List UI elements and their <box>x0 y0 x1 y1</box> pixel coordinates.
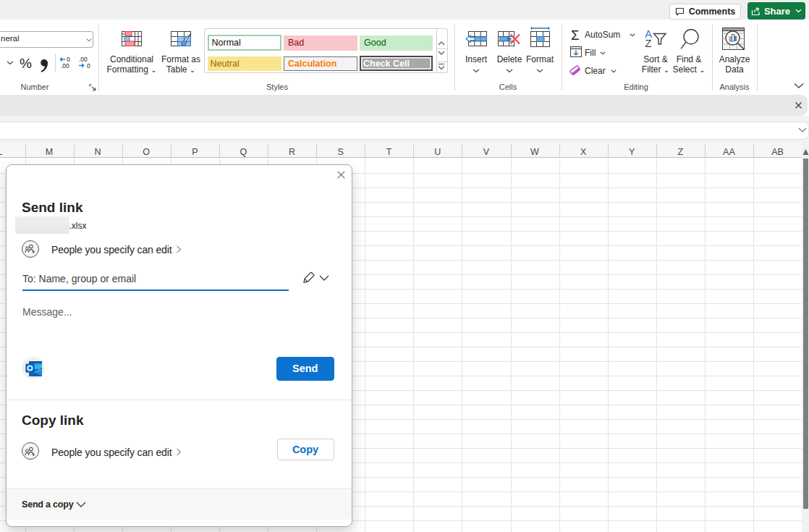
svg-text:0: 0 <box>87 62 90 69</box>
svg-text:Z: Z <box>645 38 652 47</box>
svg-text:.00: .00 <box>61 62 69 69</box>
